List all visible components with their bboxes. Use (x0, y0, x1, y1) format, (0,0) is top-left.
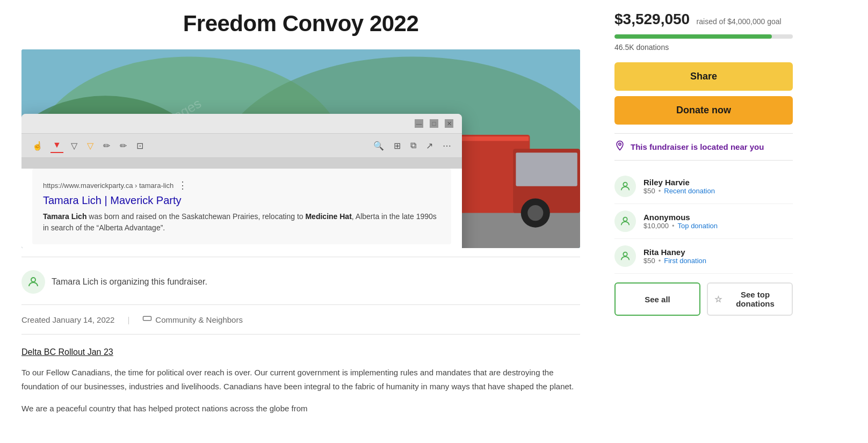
location-icon (614, 140, 625, 154)
highlight-outline-tool[interactable]: ▽ (69, 139, 79, 153)
erase-tool[interactable]: ✏ (101, 139, 112, 153)
see-top-donations-button[interactable]: ☆ See top donations (707, 282, 793, 316)
progress-bar-fill (614, 34, 772, 39)
donor-dot-1: • (659, 187, 661, 195)
popup-window: — □ ✕ ☝ ▼ ▽ (21, 114, 462, 248)
url-text: https://www.maverickparty.ca › tamara-li… (43, 181, 173, 190)
svg-point-20 (623, 217, 627, 221)
donate-button[interactable]: Donate now (614, 96, 793, 125)
location-text: This fundraiser is located near you (631, 142, 764, 151)
goal-text: raised of $4,000,000 goal (697, 17, 782, 26)
category-text: Community & Neighbors (155, 315, 243, 324)
description-bold-start: Tamara Lich (43, 212, 86, 221)
donor-item: Anonymous $10,000 • Top donation (614, 204, 793, 239)
close-button[interactable]: ✕ (445, 119, 453, 128)
donor-meta-2: $10,000 • Top donation (643, 222, 793, 230)
donor-avatar-2 (614, 210, 636, 232)
donor-info-3: Rita Haney $50 • First donation (643, 248, 793, 265)
tag-icon (142, 314, 152, 325)
sidebar: $3,529,050 raised of $4,000,000 goal 46.… (602, 0, 806, 326)
donor-avatar-1 (614, 176, 636, 197)
meta-row: Created January 14, 2022 | Community & N… (21, 304, 580, 335)
share-button[interactable]: Share (614, 62, 793, 91)
hero-image: Getty Images — □ ✕ (21, 49, 580, 248)
donor-badge-1[interactable]: Recent donation (664, 187, 715, 195)
zoom-tool[interactable]: 🔍 (371, 139, 386, 153)
grid-tool[interactable]: ⊞ (392, 139, 403, 153)
minimize-button[interactable]: — (415, 119, 423, 128)
maximize-icon: □ (432, 120, 436, 127)
donor-badge-2[interactable]: Top donation (678, 222, 718, 230)
svg-point-17 (31, 278, 35, 282)
donor-name-3: Rita Haney (643, 248, 793, 257)
see-top-donations-label: See top donations (725, 290, 785, 308)
minimize-icon: — (416, 120, 422, 127)
donor-amount-1: $50 (643, 187, 655, 195)
page-title: Freedom Convoy 2022 (21, 0, 580, 49)
meta-divider: | (127, 315, 129, 324)
organizer-icon (21, 270, 45, 294)
location-banner: This fundraiser is located near you (614, 133, 793, 161)
donor-dot-3: • (659, 257, 661, 265)
svg-rect-8 (516, 152, 577, 186)
crop-tool[interactable]: ⊡ (134, 139, 146, 153)
highlight-yellow-tool[interactable]: ▽ (85, 139, 96, 153)
search-result: https://www.maverickparty.ca › tamara-li… (32, 169, 451, 244)
description-rest: was born and raised on the Saskatchewan … (86, 212, 305, 221)
highlight-red-tool[interactable]: ▼ (50, 138, 63, 153)
toolbar-tools: ☝ ▼ ▽ ▽ ✏ ✏ ⊡ (30, 138, 146, 153)
svg-point-21 (623, 252, 627, 256)
donor-item: Riley Harvie $50 • Recent donation (614, 169, 793, 204)
fundraising-stats: $3,529,050 raised of $4,000,000 goal (614, 11, 793, 28)
progress-bar-container (614, 34, 793, 39)
popup-content: https://www.maverickparty.ca › tamara-li… (21, 169, 462, 248)
donor-info-1: Riley Harvie $50 • Recent donation (643, 178, 793, 195)
donor-meta-1: $50 • Recent donation (643, 187, 793, 195)
donor-meta-3: $50 • First donation (643, 257, 793, 265)
action-buttons-row: See all ☆ See top donations (614, 282, 793, 316)
description-link[interactable]: Delta BC Rollout Jan 23 (21, 347, 580, 357)
close-icon: ✕ (447, 120, 452, 127)
three-dot-menu[interactable]: ⋮ (178, 179, 187, 191)
search-result-title[interactable]: Tamara Lich | Maverick Party (43, 194, 440, 207)
toolbar-right-tools: 🔍 ⊞ ⧉ ↗ ⋯ (371, 139, 453, 153)
search-result-url: https://www.maverickparty.ca › tamara-li… (43, 179, 440, 191)
donors-list: Riley Harvie $50 • Recent donation (614, 169, 793, 274)
meta-category: Community & Neighbors (142, 314, 243, 325)
description-paragraph-2: We are a peaceful country that has helpe… (21, 402, 580, 416)
created-date: Created January 14, 2022 (21, 315, 114, 324)
amount-raised: $3,529,050 (614, 11, 690, 27)
copy-tool[interactable]: ⧉ (408, 139, 418, 152)
star-icon: ☆ (714, 294, 722, 304)
organizer-section: Tamara Lich is organizing this fundraise… (21, 257, 580, 304)
donor-dot-2: • (672, 222, 675, 230)
organizer-text: Tamara Lich is organizing this fundraise… (52, 277, 207, 287)
popup-titlebar: — □ ✕ (21, 114, 462, 134)
svg-point-14 (527, 205, 543, 221)
cursor-tool[interactable]: ☝ (30, 139, 45, 153)
donor-badge-3[interactable]: First donation (664, 257, 706, 265)
donor-amount-2: $10,000 (643, 222, 669, 230)
popup-toolbar: ☝ ▼ ▽ ▽ ✏ ✏ ⊡ 🔍 ⊞ ⧉ ↗ ⋯ (21, 134, 462, 158)
maximize-button[interactable]: □ (430, 119, 438, 128)
donor-avatar-3 (614, 245, 636, 267)
donor-info-2: Anonymous $10,000 • Top donation (643, 213, 793, 230)
share-tool[interactable]: ↗ (424, 139, 435, 153)
pen-tool[interactable]: ✏ (118, 139, 129, 153)
description-bold-city: Medicine Hat (305, 212, 351, 221)
svg-point-18 (619, 143, 621, 145)
donor-item: Rita Haney $50 • First donation (614, 239, 793, 274)
description-paragraph-1: To our Fellow Canadians, the time for po… (21, 366, 580, 393)
donor-name-1: Riley Harvie (643, 178, 793, 187)
more-tool[interactable]: ⋯ (440, 139, 453, 153)
popup-controls: — □ ✕ (415, 119, 453, 128)
donor-name-2: Anonymous (643, 213, 793, 222)
search-result-description: Tamara Lich was born and raised on the S… (43, 211, 440, 234)
donor-amount-3: $50 (643, 257, 655, 265)
see-all-button[interactable]: See all (614, 282, 700, 316)
svg-point-19 (623, 183, 627, 186)
donations-count: 46.5K donations (614, 43, 793, 52)
